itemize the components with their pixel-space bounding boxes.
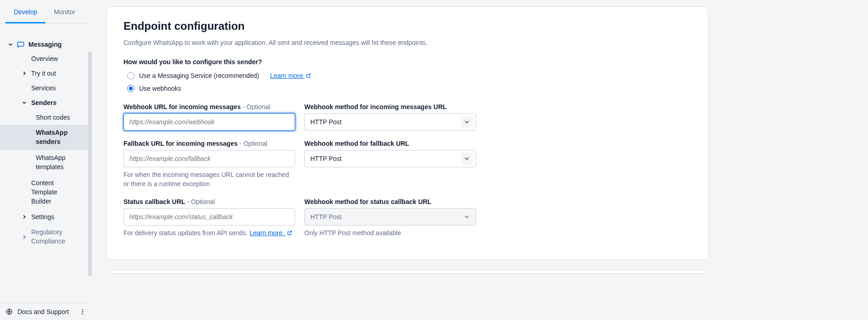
more-icon[interactable] [79,308,86,315]
field-status-method: Webhook method for status callback URL H… [304,198,476,237]
chevron-right-icon [22,235,27,239]
svg-rect-0 [17,42,24,46]
label-text: Webhook URL for incoming messages [123,103,241,110]
select-value: HTTP Post [310,213,342,221]
link-text: Learn more. [250,229,284,237]
messaging-icon [17,40,25,49]
select-value: HTTP Post [310,155,342,162]
status-url-help: For delivery status updates from API sen… [123,228,295,237]
nav-item-short-codes[interactable]: Short codes [0,110,92,125]
nav-item-overview[interactable]: Overview [0,51,92,66]
config-question: How would you like to configure this sen… [123,58,691,66]
webhook-form-grid: Webhook URL for incoming messages - Opti… [123,103,691,244]
optional-text: - Optional [241,103,270,110]
option-label: Use a Messaging Service (recommended) [139,72,259,79]
page-description: Configure WhatsApp to work with your app… [123,39,691,46]
nav-item-regulatory[interactable]: Regulatory Compliance [0,224,92,249]
field-status-url: Status callback URL - Optional For deliv… [123,198,295,237]
option-label: Use webhooks [139,85,181,92]
webhook-url-input[interactable] [123,113,295,131]
sidebar-tabs: Develop Monitor [0,0,92,24]
endpoint-config-card: Endpoint configuration Configure WhatsAp… [106,6,708,260]
field-webhook-method: Webhook method for incoming messages URL… [304,103,476,131]
nav-item-services[interactable]: Services [0,81,92,95]
external-link-icon [306,72,311,78]
chevron-down-icon [461,116,473,128]
nav-item-senders[interactable]: Senders [0,95,92,110]
optional-text: - Optional [238,140,268,147]
chevron-right-icon [22,215,27,219]
field-label: Status callback URL - Optional [123,198,295,205]
page-title: Endpoint configuration [123,20,691,33]
nav-section-label: Messaging [28,41,62,48]
nav-item-whatsapp-templates[interactable]: WhatsApp templates [0,150,92,175]
option-webhooks[interactable]: Use webhooks [127,85,691,92]
globe-icon [6,308,13,315]
learn-more-text: Learn more [270,72,303,79]
sidebar-footer: Docs and Support [0,303,92,320]
docs-link[interactable]: Docs and Support [17,308,69,315]
nav-item-content-template-builder[interactable]: Content Template Builder [0,175,92,210]
radio-checked-icon [127,85,134,92]
select-value: HTTP Post [310,118,342,126]
svg-point-3 [82,311,83,312]
field-label: Webhook method for status callback URL [304,198,476,205]
main-content: Endpoint configuration Configure WhatsAp… [106,6,708,320]
label-text: Status callback URL [123,198,185,205]
external-link-icon [287,229,292,234]
tab-monitor[interactable]: Monitor [45,0,84,23]
field-label: Fallback URL for incoming messages - Opt… [123,140,295,147]
sidebar: Develop Monitor Messaging Overview Try i… [0,0,92,320]
field-fallback-method: Webhook method for fallback URL HTTP Pos… [304,140,476,189]
chevron-down-icon [22,100,27,105]
help-text: For delivery status updates from API sen… [123,229,250,237]
fallback-method-select[interactable]: HTTP Post [304,150,476,167]
sidebar-nav: Messaging Overview Try it out Services S… [0,24,92,303]
option-messaging-service[interactable]: Use a Messaging Service (recommended) Le… [127,72,691,79]
scrollbar[interactable] [88,51,92,276]
status-method-help: Only HTTP Post method available [304,228,476,237]
nav-item-settings[interactable]: Settings [0,210,92,224]
chevron-down-icon [461,153,473,165]
field-label: Webhook method for incoming messages URL [304,103,476,110]
field-label: Webhook URL for incoming messages - Opti… [123,103,295,110]
learn-more-link[interactable]: Learn more. [250,229,292,237]
label-text: Fallback URL for incoming messages [123,140,238,147]
fallback-url-input[interactable] [123,150,295,167]
fallback-url-help: For when the incoming messages URL canno… [123,170,295,189]
nav-item-label: Senders [31,99,56,106]
chevron-down-icon [8,42,13,47]
field-fallback-url: Fallback URL for incoming messages - Opt… [123,140,295,189]
svg-point-4 [82,313,83,314]
nav-item-try[interactable]: Try it out [0,66,92,81]
nav-item-whatsapp-senders[interactable]: WhatsApp senders [0,125,92,150]
field-label: Webhook method for fallback URL [304,140,476,147]
nav-item-label: Regulatory Compliance [31,228,78,246]
optional-text: - Optional [185,198,215,205]
status-url-input[interactable] [123,208,295,226]
nav-section-messaging[interactable]: Messaging [0,38,92,51]
nav-item-label: Try it out [31,70,56,77]
radio-icon [127,72,134,79]
nav-item-label: Settings [31,213,55,221]
chevron-right-icon [22,71,27,76]
svg-point-2 [82,309,83,310]
learn-more-link[interactable]: Learn more [270,72,311,79]
status-method-select: HTTP Post [304,208,476,226]
tab-develop[interactable]: Develop [6,0,45,23]
chevron-down-icon [461,211,473,223]
webhook-method-select[interactable]: HTTP Post [304,113,476,131]
next-card-peek [106,270,708,274]
field-webhook-url: Webhook URL for incoming messages - Opti… [123,103,295,131]
